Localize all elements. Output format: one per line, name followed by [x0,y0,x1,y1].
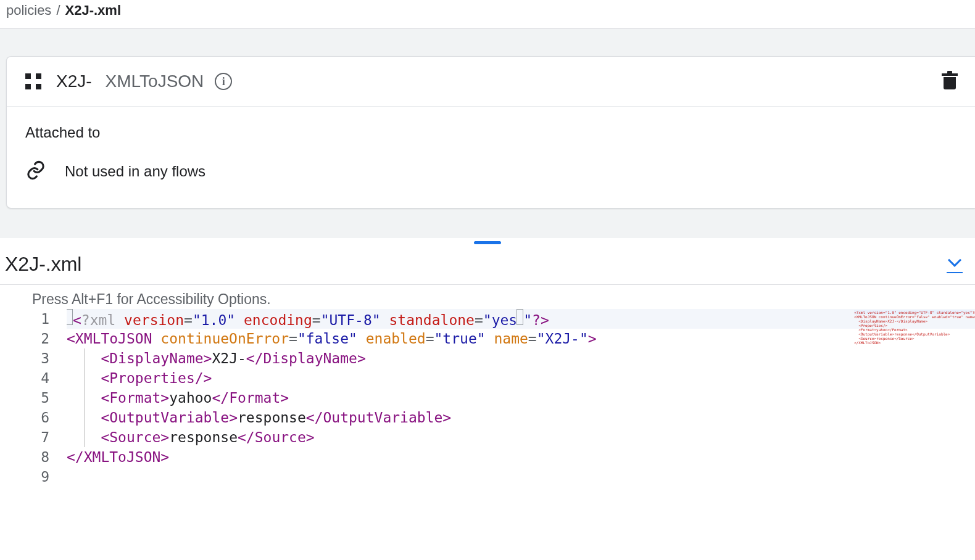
editor-title: X2J-.xml [5,253,81,276]
pane-resize-handle[interactable] [0,238,975,244]
accessibility-hint: Press Alt+F1 for Accessibility Options. [0,285,975,309]
editor-gutter: 123456789 [0,309,67,487]
editor-source[interactable]: <?xml version="1.0" encoding="UTF-8" sta… [67,309,975,487]
drag-handle-icon[interactable] [25,73,41,89]
breadcrumb-sep: / [56,2,60,19]
trash-icon[interactable] [943,73,956,89]
editor-minimap[interactable]: <?xml version="1.0" encoding="UTF-8" sta… [852,309,975,346]
collapse-icon[interactable] [945,255,970,274]
breadcrumb-current: X2J-.xml [65,2,122,19]
link-icon [25,160,46,183]
attached-to-text: Not used in any flows [65,163,205,180]
policy-card: X2J- XMLToJSON i Attached to Not used in… [6,56,975,208]
policy-type: XMLToJSON [106,72,204,91]
breadcrumb: policies / X2J-.xml [0,0,975,29]
info-icon[interactable]: i [215,73,232,90]
attached-to-label: Attached to [25,124,956,141]
policy-name: X2J- [56,72,92,91]
breadcrumb-parent[interactable]: policies [6,2,51,19]
code-editor[interactable]: 123456789 <?xml version="1.0" encoding="… [0,309,975,487]
